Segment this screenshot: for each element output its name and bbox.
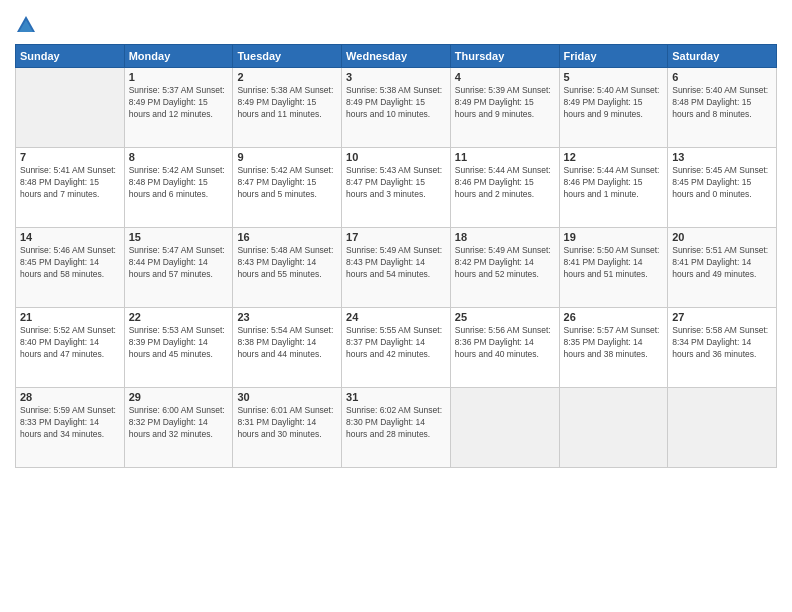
- calendar-cell: 16Sunrise: 5:48 AM Sunset: 8:43 PM Dayli…: [233, 228, 342, 308]
- day-number: 30: [237, 391, 337, 403]
- cell-info: Sunrise: 5:50 AM Sunset: 8:41 PM Dayligh…: [564, 245, 664, 281]
- cell-info: Sunrise: 5:47 AM Sunset: 8:44 PM Dayligh…: [129, 245, 229, 281]
- week-row: 14Sunrise: 5:46 AM Sunset: 8:45 PM Dayli…: [16, 228, 777, 308]
- calendar-cell: [16, 68, 125, 148]
- calendar-cell: 23Sunrise: 5:54 AM Sunset: 8:38 PM Dayli…: [233, 308, 342, 388]
- day-number: 19: [564, 231, 664, 243]
- day-number: 18: [455, 231, 555, 243]
- header: [15, 10, 777, 36]
- cell-info: Sunrise: 5:45 AM Sunset: 8:45 PM Dayligh…: [672, 165, 772, 201]
- calendar-cell: 26Sunrise: 5:57 AM Sunset: 8:35 PM Dayli…: [559, 308, 668, 388]
- cell-info: Sunrise: 5:44 AM Sunset: 8:46 PM Dayligh…: [455, 165, 555, 201]
- day-number: 28: [20, 391, 120, 403]
- calendar-cell: 31Sunrise: 6:02 AM Sunset: 8:30 PM Dayli…: [342, 388, 451, 468]
- day-number: 13: [672, 151, 772, 163]
- cell-info: Sunrise: 5:58 AM Sunset: 8:34 PM Dayligh…: [672, 325, 772, 361]
- week-row: 21Sunrise: 5:52 AM Sunset: 8:40 PM Dayli…: [16, 308, 777, 388]
- week-row: 1Sunrise: 5:37 AM Sunset: 8:49 PM Daylig…: [16, 68, 777, 148]
- calendar-cell: 27Sunrise: 5:58 AM Sunset: 8:34 PM Dayli…: [668, 308, 777, 388]
- calendar-cell: 4Sunrise: 5:39 AM Sunset: 8:49 PM Daylig…: [450, 68, 559, 148]
- cell-info: Sunrise: 5:38 AM Sunset: 8:49 PM Dayligh…: [346, 85, 446, 121]
- calendar-cell: [559, 388, 668, 468]
- day-number: 3: [346, 71, 446, 83]
- cell-info: Sunrise: 5:49 AM Sunset: 8:43 PM Dayligh…: [346, 245, 446, 281]
- cell-info: Sunrise: 5:37 AM Sunset: 8:49 PM Dayligh…: [129, 85, 229, 121]
- day-number: 7: [20, 151, 120, 163]
- day-header: Sunday: [16, 45, 125, 68]
- calendar-cell: 14Sunrise: 5:46 AM Sunset: 8:45 PM Dayli…: [16, 228, 125, 308]
- calendar-cell: 17Sunrise: 5:49 AM Sunset: 8:43 PM Dayli…: [342, 228, 451, 308]
- day-number: 1: [129, 71, 229, 83]
- cell-info: Sunrise: 6:02 AM Sunset: 8:30 PM Dayligh…: [346, 405, 446, 441]
- day-number: 31: [346, 391, 446, 403]
- cell-info: Sunrise: 5:40 AM Sunset: 8:49 PM Dayligh…: [564, 85, 664, 121]
- day-number: 25: [455, 311, 555, 323]
- cell-info: Sunrise: 5:54 AM Sunset: 8:38 PM Dayligh…: [237, 325, 337, 361]
- day-number: 16: [237, 231, 337, 243]
- day-number: 6: [672, 71, 772, 83]
- calendar-cell: 2Sunrise: 5:38 AM Sunset: 8:49 PM Daylig…: [233, 68, 342, 148]
- calendar-cell: 20Sunrise: 5:51 AM Sunset: 8:41 PM Dayli…: [668, 228, 777, 308]
- calendar-cell: 12Sunrise: 5:44 AM Sunset: 8:46 PM Dayli…: [559, 148, 668, 228]
- day-number: 24: [346, 311, 446, 323]
- calendar-cell: 6Sunrise: 5:40 AM Sunset: 8:48 PM Daylig…: [668, 68, 777, 148]
- day-number: 9: [237, 151, 337, 163]
- cell-info: Sunrise: 5:40 AM Sunset: 8:48 PM Dayligh…: [672, 85, 772, 121]
- week-row: 28Sunrise: 5:59 AM Sunset: 8:33 PM Dayli…: [16, 388, 777, 468]
- cell-info: Sunrise: 5:56 AM Sunset: 8:36 PM Dayligh…: [455, 325, 555, 361]
- day-header: Saturday: [668, 45, 777, 68]
- cell-info: Sunrise: 5:49 AM Sunset: 8:42 PM Dayligh…: [455, 245, 555, 281]
- calendar-cell: 11Sunrise: 5:44 AM Sunset: 8:46 PM Dayli…: [450, 148, 559, 228]
- day-header: Tuesday: [233, 45, 342, 68]
- day-number: 4: [455, 71, 555, 83]
- day-number: 15: [129, 231, 229, 243]
- calendar-cell: 3Sunrise: 5:38 AM Sunset: 8:49 PM Daylig…: [342, 68, 451, 148]
- day-number: 11: [455, 151, 555, 163]
- day-number: 21: [20, 311, 120, 323]
- calendar-cell: 29Sunrise: 6:00 AM Sunset: 8:32 PM Dayli…: [124, 388, 233, 468]
- cell-info: Sunrise: 5:52 AM Sunset: 8:40 PM Dayligh…: [20, 325, 120, 361]
- calendar-cell: 13Sunrise: 5:45 AM Sunset: 8:45 PM Dayli…: [668, 148, 777, 228]
- day-number: 2: [237, 71, 337, 83]
- cell-info: Sunrise: 6:01 AM Sunset: 8:31 PM Dayligh…: [237, 405, 337, 441]
- cell-info: Sunrise: 5:43 AM Sunset: 8:47 PM Dayligh…: [346, 165, 446, 201]
- calendar-cell: 30Sunrise: 6:01 AM Sunset: 8:31 PM Dayli…: [233, 388, 342, 468]
- calendar-cell: 18Sunrise: 5:49 AM Sunset: 8:42 PM Dayli…: [450, 228, 559, 308]
- cell-info: Sunrise: 5:55 AM Sunset: 8:37 PM Dayligh…: [346, 325, 446, 361]
- cell-info: Sunrise: 5:57 AM Sunset: 8:35 PM Dayligh…: [564, 325, 664, 361]
- calendar-cell: 22Sunrise: 5:53 AM Sunset: 8:39 PM Dayli…: [124, 308, 233, 388]
- day-number: 29: [129, 391, 229, 403]
- calendar-cell: 19Sunrise: 5:50 AM Sunset: 8:41 PM Dayli…: [559, 228, 668, 308]
- calendar-cell: 21Sunrise: 5:52 AM Sunset: 8:40 PM Dayli…: [16, 308, 125, 388]
- cell-info: Sunrise: 5:46 AM Sunset: 8:45 PM Dayligh…: [20, 245, 120, 281]
- cell-info: Sunrise: 5:39 AM Sunset: 8:49 PM Dayligh…: [455, 85, 555, 121]
- cell-info: Sunrise: 5:42 AM Sunset: 8:47 PM Dayligh…: [237, 165, 337, 201]
- day-header: Wednesday: [342, 45, 451, 68]
- cell-info: Sunrise: 6:00 AM Sunset: 8:32 PM Dayligh…: [129, 405, 229, 441]
- day-number: 26: [564, 311, 664, 323]
- calendar-cell: 8Sunrise: 5:42 AM Sunset: 8:48 PM Daylig…: [124, 148, 233, 228]
- day-header: Friday: [559, 45, 668, 68]
- day-number: 20: [672, 231, 772, 243]
- week-row: 7Sunrise: 5:41 AM Sunset: 8:48 PM Daylig…: [16, 148, 777, 228]
- cell-info: Sunrise: 5:51 AM Sunset: 8:41 PM Dayligh…: [672, 245, 772, 281]
- calendar-cell: [668, 388, 777, 468]
- logo: [15, 14, 39, 36]
- cell-info: Sunrise: 5:53 AM Sunset: 8:39 PM Dayligh…: [129, 325, 229, 361]
- day-number: 17: [346, 231, 446, 243]
- day-number: 23: [237, 311, 337, 323]
- calendar-cell: 9Sunrise: 5:42 AM Sunset: 8:47 PM Daylig…: [233, 148, 342, 228]
- cell-info: Sunrise: 5:44 AM Sunset: 8:46 PM Dayligh…: [564, 165, 664, 201]
- day-number: 8: [129, 151, 229, 163]
- day-number: 27: [672, 311, 772, 323]
- calendar-page: SundayMondayTuesdayWednesdayThursdayFrid…: [0, 0, 792, 612]
- calendar-cell: 25Sunrise: 5:56 AM Sunset: 8:36 PM Dayli…: [450, 308, 559, 388]
- day-number: 10: [346, 151, 446, 163]
- calendar-cell: 15Sunrise: 5:47 AM Sunset: 8:44 PM Dayli…: [124, 228, 233, 308]
- day-number: 14: [20, 231, 120, 243]
- day-header: Thursday: [450, 45, 559, 68]
- day-header: Monday: [124, 45, 233, 68]
- calendar-cell: 7Sunrise: 5:41 AM Sunset: 8:48 PM Daylig…: [16, 148, 125, 228]
- calendar-cell: 1Sunrise: 5:37 AM Sunset: 8:49 PM Daylig…: [124, 68, 233, 148]
- calendar-cell: 10Sunrise: 5:43 AM Sunset: 8:47 PM Dayli…: [342, 148, 451, 228]
